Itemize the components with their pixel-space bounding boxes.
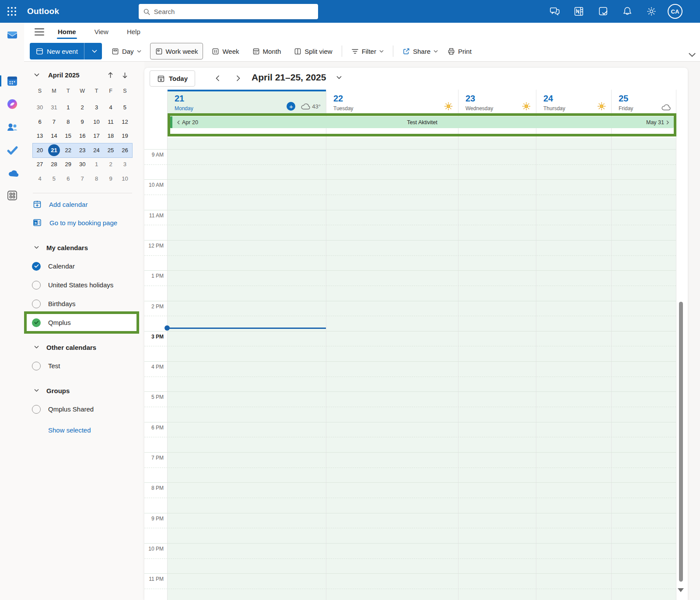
booking-page-link[interactable]: b Go to my booking page: [24, 216, 117, 229]
view-split-button[interactable]: Split view: [289, 43, 337, 59]
view-day-button[interactable]: Day: [107, 43, 146, 59]
day-header-wednesday[interactable]: 23Wednesday: [458, 90, 536, 114]
vertical-scrollbar-thumb[interactable]: [679, 302, 683, 582]
mail-icon[interactable]: [6, 29, 18, 41]
today-button[interactable]: Today: [150, 70, 195, 87]
people-icon[interactable]: [6, 121, 18, 133]
calendar-checked-icon[interactable]: [32, 318, 41, 327]
mini-day[interactable]: 24: [90, 143, 104, 157]
mini-day[interactable]: 9: [75, 115, 89, 129]
mini-calendar-title[interactable]: April 2025: [48, 71, 80, 79]
show-selected-link[interactable]: Show selected: [48, 426, 91, 434]
add-calendar-link[interactable]: Add calendar: [24, 198, 88, 210]
calendar-unchecked-icon[interactable]: [32, 405, 41, 414]
mini-day[interactable]: 29: [61, 157, 75, 171]
apps-icon[interactable]: [6, 189, 18, 202]
tab-help[interactable]: Help: [126, 26, 141, 37]
mini-day-selected[interactable]: 21: [48, 144, 60, 156]
search-input[interactable]: [154, 8, 314, 15]
mini-day[interactable]: 11: [104, 115, 118, 129]
mini-day[interactable]: 22: [61, 143, 75, 157]
view-month-button[interactable]: Month: [248, 43, 286, 59]
date-range-title[interactable]: April 21–25, 2025: [252, 72, 326, 83]
mini-day[interactable]: 6: [33, 115, 47, 129]
mini-day[interactable]: 7: [47, 115, 61, 129]
next-week-icon[interactable]: [233, 73, 243, 83]
share-button[interactable]: Share: [398, 43, 443, 59]
calendar-item-united-states-holidays[interactable]: United States holidays: [24, 276, 144, 294]
calendar-item-calendar[interactable]: Calendar: [24, 257, 144, 276]
mini-day[interactable]: 15: [61, 129, 75, 143]
todo-icon[interactable]: [6, 144, 18, 157]
day-header-friday[interactable]: 25Friday: [612, 90, 676, 114]
calendar-unchecked-icon[interactable]: [32, 362, 41, 370]
calendar-icon[interactable]: [6, 75, 18, 87]
mini-day[interactable]: 19: [118, 129, 132, 143]
mini-day[interactable]: 27: [33, 157, 47, 171]
all-day-event[interactable]: Apr 20 Test Aktivitet May 31: [170, 116, 674, 128]
day-header-monday[interactable]: 21Monday+43°: [168, 90, 326, 114]
mini-day[interactable]: 8: [61, 115, 75, 129]
new-event-button[interactable]: New event: [30, 43, 102, 59]
mini-calendar-prev-icon[interactable]: [107, 72, 114, 79]
mini-day[interactable]: 5: [47, 172, 61, 186]
calendar-item-qmplus[interactable]: Qmplus: [24, 313, 144, 332]
tab-home[interactable]: Home: [57, 26, 77, 37]
mini-day[interactable]: 31: [47, 101, 61, 115]
mini-day[interactable]: 10: [118, 172, 132, 186]
mini-day[interactable]: 20: [33, 143, 47, 157]
print-button[interactable]: Print: [443, 43, 476, 59]
mini-day[interactable]: 28: [47, 157, 61, 171]
section-header-groups[interactable]: Groups: [24, 381, 144, 400]
tab-view[interactable]: View: [94, 26, 109, 37]
quick-add-event-button[interactable]: +: [287, 102, 295, 111]
mini-day[interactable]: 30: [75, 157, 89, 171]
day-header-thursday[interactable]: 24Thursday: [536, 90, 611, 114]
collapse-ribbon-icon[interactable]: [688, 52, 696, 59]
section-header-other-calendars[interactable]: Other calendars: [24, 338, 144, 356]
mini-day[interactable]: 10: [90, 115, 104, 129]
mini-day[interactable]: 18: [104, 129, 118, 143]
mini-day[interactable]: 8: [90, 172, 104, 186]
mini-day[interactable]: 12: [118, 115, 132, 129]
date-range-dropdown-icon[interactable]: [336, 76, 342, 80]
mini-day[interactable]: 30: [33, 101, 47, 115]
chat-icon[interactable]: [549, 6, 560, 17]
account-avatar[interactable]: CA: [668, 4, 682, 19]
mini-day[interactable]: 26: [118, 143, 132, 157]
mini-day[interactable]: 9: [104, 172, 118, 186]
bell-icon[interactable]: [622, 6, 633, 17]
app-launcher-icon[interactable]: [0, 0, 24, 23]
mini-day[interactable]: 14: [47, 129, 61, 143]
mini-day[interactable]: 2: [104, 157, 118, 171]
view-week-button[interactable]: Week: [207, 43, 244, 59]
hamburger-menu-icon[interactable]: [34, 27, 45, 37]
day-header-tuesday[interactable]: 22Tuesday: [326, 90, 458, 114]
calendar-unchecked-icon[interactable]: [32, 300, 41, 308]
mini-day[interactable]: 23: [75, 143, 89, 157]
mini-day[interactable]: 1: [61, 101, 75, 115]
section-header-my-calendars[interactable]: My calendars: [24, 238, 144, 257]
mini-calendar-collapse-icon[interactable]: [34, 73, 40, 77]
mini-day[interactable]: 3: [90, 101, 104, 115]
mini-day[interactable]: 3: [118, 157, 132, 171]
mini-day[interactable]: 25: [104, 143, 118, 157]
onedrive-icon[interactable]: [6, 167, 18, 180]
mini-day[interactable]: 16: [75, 129, 89, 143]
mini-day[interactable]: 17: [90, 129, 104, 143]
calendar-item-birthdays[interactable]: Birthdays: [24, 294, 144, 313]
mini-day[interactable]: 2: [75, 101, 89, 115]
mini-day[interactable]: 1: [90, 157, 104, 171]
settings-gear-icon[interactable]: [646, 6, 657, 17]
previous-week-icon[interactable]: [213, 73, 223, 83]
search-box[interactable]: [139, 4, 318, 19]
mini-day[interactable]: 6: [61, 172, 75, 186]
mini-day[interactable]: 5: [118, 101, 132, 115]
calendar-checked-icon[interactable]: [32, 262, 41, 271]
copilot-icon[interactable]: [6, 98, 18, 110]
todo-check-icon[interactable]: [598, 6, 609, 17]
calendar-unchecked-icon[interactable]: [32, 281, 41, 290]
calendar-item-qmplus-shared[interactable]: Qmplus Shared: [24, 400, 144, 419]
scrollbar-down-arrow[interactable]: [678, 588, 684, 592]
onenote-icon[interactable]: [573, 6, 584, 17]
